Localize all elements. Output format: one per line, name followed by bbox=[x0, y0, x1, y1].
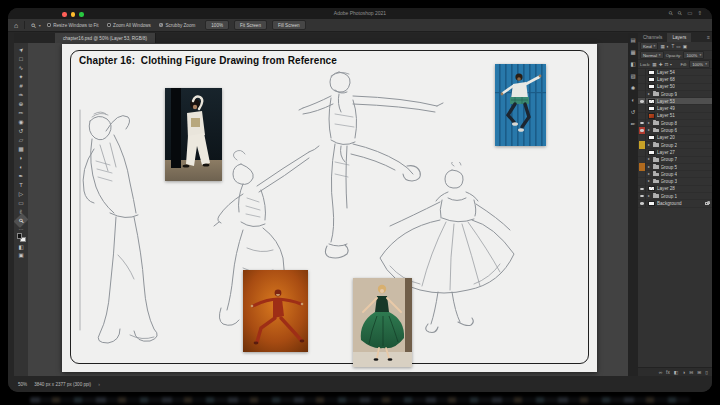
layer-row[interactable]: ▸Group 7 bbox=[638, 157, 712, 164]
visibility-toggle[interactable] bbox=[639, 141, 646, 148]
adjustments-panel-icon[interactable]: ◐ bbox=[631, 97, 634, 103]
link-layers-icon[interactable]: ∞ bbox=[659, 370, 662, 375]
layer-row[interactable]: Layer 54 bbox=[638, 69, 712, 76]
expand-caret-icon[interactable]: ▸ bbox=[648, 158, 651, 161]
workspace-icon[interactable]: ▭ bbox=[687, 10, 692, 17]
zoom-level[interactable]: 50% bbox=[18, 382, 27, 387]
type-tool[interactable]: T bbox=[15, 180, 27, 189]
expand-caret-icon[interactable]: ▸ bbox=[648, 195, 651, 198]
layer-row[interactable]: Layer 27 bbox=[638, 149, 712, 156]
gradients-panel-icon[interactable]: ◧ bbox=[630, 61, 635, 67]
lock-pixels-icon[interactable]: ✚ bbox=[659, 62, 663, 67]
patterns-panel-icon[interactable]: ▨ bbox=[630, 73, 635, 79]
layer-row[interactable]: ▸Group 6 bbox=[638, 127, 712, 134]
layer-mask-icon[interactable]: ◧ bbox=[674, 370, 679, 375]
layer-row[interactable]: Layer 28 bbox=[638, 186, 712, 193]
chevron-down-icon[interactable]: ▾ bbox=[39, 23, 41, 28]
layer-row[interactable]: Layer 51 bbox=[638, 113, 712, 120]
fill-select[interactable]: 100% ▾ bbox=[689, 60, 710, 68]
expand-caret-icon[interactable]: ▸ bbox=[648, 144, 651, 147]
visibility-toggle[interactable] bbox=[639, 83, 646, 90]
eyedropper-tool[interactable]: ✑ bbox=[15, 90, 27, 99]
visibility-toggle[interactable] bbox=[639, 178, 646, 185]
chevron-more-icon[interactable]: › bbox=[98, 381, 100, 387]
option-scrubby-zoom[interactable]: ✓Scrubby Zoom bbox=[159, 23, 195, 28]
visibility-toggle[interactable] bbox=[639, 200, 646, 207]
visibility-toggle[interactable] bbox=[639, 90, 646, 97]
expand-caret-icon[interactable]: ▸ bbox=[648, 129, 651, 132]
pen-tool[interactable]: ✒ bbox=[15, 171, 27, 180]
layer-row[interactable]: ▸Group 2 bbox=[638, 142, 712, 149]
visibility-toggle[interactable] bbox=[639, 185, 646, 192]
checkbox-icon[interactable]: ✓ bbox=[159, 23, 164, 28]
lock-transparency-icon[interactable]: ▦ bbox=[652, 62, 656, 67]
eraser-tool[interactable]: ▱ bbox=[15, 135, 27, 144]
expand-caret-icon[interactable]: ▸ bbox=[648, 180, 651, 183]
layer-row[interactable]: Layer 50 bbox=[638, 84, 712, 91]
dodge-tool[interactable]: ◐ bbox=[15, 162, 27, 171]
visibility-toggle[interactable] bbox=[639, 156, 646, 163]
shape-tool[interactable]: ▭ bbox=[15, 198, 27, 207]
properties-panel-icon[interactable]: ✱ bbox=[631, 85, 636, 91]
filter-shape-icon[interactable]: ▭ bbox=[676, 44, 680, 49]
quick-selection-tool[interactable]: ✦ bbox=[15, 72, 27, 81]
path-selection-tool[interactable]: ▷ bbox=[15, 189, 27, 198]
kind-filter-select[interactable]: Kind ▾ bbox=[640, 42, 658, 50]
checkbox-icon[interactable] bbox=[47, 23, 52, 28]
foreground-color[interactable] bbox=[17, 233, 23, 239]
search-icon[interactable]: ⚲ bbox=[667, 10, 675, 18]
adjustment-layer-icon[interactable]: ◑ bbox=[682, 370, 685, 375]
crop-tool[interactable]: # bbox=[15, 81, 27, 90]
color-panel-icon[interactable]: ▤ bbox=[630, 37, 635, 43]
visibility-toggle[interactable] bbox=[639, 171, 646, 178]
visibility-toggle[interactable] bbox=[639, 163, 646, 170]
new-layer-icon[interactable]: ⊞ bbox=[697, 370, 701, 375]
filter-adjustment-icon[interactable]: ◐ bbox=[667, 44, 670, 49]
blur-tool[interactable]: ◗ bbox=[15, 153, 27, 162]
layer-row[interactable]: Layer 53 bbox=[638, 98, 712, 105]
opacity-select[interactable]: 100% ▾ bbox=[683, 51, 704, 59]
swatches-panel-icon[interactable]: ▦ bbox=[630, 49, 635, 55]
lock-position-icon[interactable]: ⊡ bbox=[664, 62, 668, 67]
layer-effects-icon[interactable]: fx bbox=[666, 370, 670, 375]
filter-pixel-icon[interactable]: ▦ bbox=[660, 44, 664, 49]
document-tab[interactable]: chapter16.psd @ 50% (Layer 53, RGB/8) bbox=[55, 33, 156, 43]
visibility-toggle[interactable] bbox=[639, 120, 646, 127]
panel-tab-layers[interactable]: Layers bbox=[667, 33, 691, 42]
panel-menu-icon[interactable]: ≡ bbox=[707, 34, 710, 40]
visibility-toggle[interactable] bbox=[639, 127, 646, 134]
filter-smart-icon[interactable]: ▣ bbox=[683, 44, 687, 49]
button-fit-screen[interactable]: Fit Screen bbox=[234, 20, 267, 30]
zoom-icon[interactable]: ⚲ bbox=[676, 10, 684, 18]
delete-layer-icon[interactable]: ▯ bbox=[705, 370, 708, 375]
layer-row[interactable]: ▸Group 3 bbox=[638, 178, 712, 185]
blend-mode-select[interactable]: Normal ▾ bbox=[640, 51, 664, 59]
layer-row[interactable]: Layer 68 bbox=[638, 76, 712, 83]
layer-row[interactable]: Layer 20 bbox=[638, 135, 712, 142]
layer-row[interactable]: ▸Group 1 bbox=[638, 193, 712, 200]
lock-all-icon[interactable]: ▪ bbox=[670, 62, 672, 67]
visibility-toggle[interactable] bbox=[639, 112, 646, 119]
expand-caret-icon[interactable]: ▸ bbox=[648, 173, 651, 176]
option-resize-windows-to-fit[interactable]: Resize Windows to Fit bbox=[47, 23, 99, 28]
history-panel-icon[interactable]: ↺ bbox=[631, 109, 636, 115]
clone-stamp-tool[interactable]: ◉ bbox=[15, 117, 27, 126]
layer-row[interactable]: ▸Group 8 bbox=[638, 120, 712, 127]
gradient-tool[interactable]: ▦ bbox=[15, 144, 27, 153]
visibility-toggle[interactable] bbox=[639, 193, 646, 200]
quick-mask-icon[interactable]: ◧ bbox=[18, 244, 23, 250]
color-swatches[interactable] bbox=[17, 233, 26, 242]
visibility-toggle[interactable] bbox=[639, 134, 646, 141]
artboard[interactable]: Chapter 16: Clothing Figure Drawing from… bbox=[62, 44, 597, 372]
visibility-toggle[interactable] bbox=[639, 76, 646, 83]
checkbox-icon[interactable] bbox=[107, 23, 112, 28]
visibility-toggle[interactable] bbox=[639, 98, 646, 105]
expand-caret-icon[interactable]: ▸ bbox=[648, 93, 651, 96]
new-group-icon[interactable]: ⊟ bbox=[689, 370, 693, 375]
button-fill-screen[interactable]: Fill Screen bbox=[272, 20, 306, 30]
visibility-toggle[interactable] bbox=[639, 149, 646, 156]
expand-caret-icon[interactable]: ▸ bbox=[648, 122, 651, 125]
layer-row[interactable]: Layer 49 bbox=[638, 105, 712, 112]
zoom-tool-icon[interactable]: ⚲ bbox=[29, 21, 37, 29]
brush-tool[interactable]: ✏ bbox=[15, 108, 27, 117]
